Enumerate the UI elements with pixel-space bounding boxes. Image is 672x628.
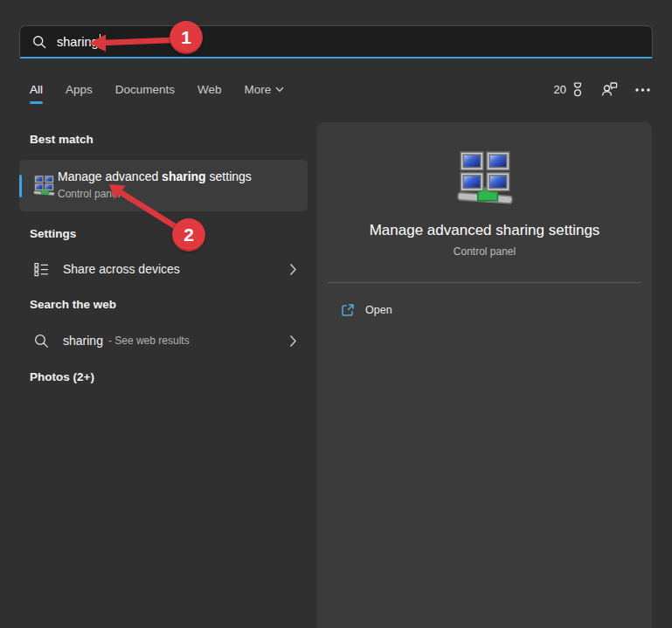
chevron-right-icon xyxy=(289,263,297,276)
more-options-icon[interactable] xyxy=(634,87,651,93)
annotation-badge-2: 2 xyxy=(172,218,205,252)
selection-accent-bar xyxy=(19,175,22,197)
tab-more[interactable]: More xyxy=(245,83,285,96)
annotation-arrow-1 xyxy=(86,28,175,56)
chevron-down-icon xyxy=(275,86,284,93)
preview-panel: Manage advanced sharing settings Control… xyxy=(317,122,652,628)
tab-web[interactable]: Web xyxy=(197,83,222,96)
search-header-icons: 20 xyxy=(554,82,651,97)
tab-apps[interactable]: Apps xyxy=(66,83,93,96)
advanced-sharing-icon xyxy=(33,175,55,200)
open-external-icon xyxy=(341,303,355,317)
rewards-button[interactable]: 20 xyxy=(554,82,585,97)
best-match-heading: Best match xyxy=(30,133,94,146)
user-feedback-icon[interactable] xyxy=(601,82,618,97)
preview-title: Manage advanced sharing settings xyxy=(317,222,652,239)
open-label: Open xyxy=(365,304,392,316)
advanced-sharing-icon-large xyxy=(456,149,514,210)
search-icon xyxy=(32,35,46,49)
search-web-heading: Search the web xyxy=(30,298,116,311)
rewards-count: 20 xyxy=(554,83,566,96)
tab-more-label: More xyxy=(245,83,272,96)
annotation-arrow-2 xyxy=(103,177,184,231)
result-share-across-devices[interactable]: Share across devices xyxy=(19,252,308,286)
search-filter-tabs: All Apps Documents Web More xyxy=(30,83,284,96)
settings-list-icon xyxy=(34,262,53,277)
settings-heading: Settings xyxy=(30,227,76,240)
chevron-right-icon xyxy=(289,335,297,348)
divider xyxy=(328,282,641,283)
open-action[interactable]: Open xyxy=(329,295,640,325)
rewards-medal-icon xyxy=(571,82,585,97)
web-query: sharing xyxy=(63,334,103,348)
search-flyout: sharing 1 All Apps Documents Web More 20 xyxy=(0,0,672,628)
tab-all[interactable]: All xyxy=(30,83,43,96)
preview-subtitle: Control panel xyxy=(317,245,652,258)
search-icon xyxy=(34,334,53,349)
result-web-search[interactable]: sharing - See web results xyxy=(19,323,308,358)
tab-documents[interactable]: Documents xyxy=(115,83,175,96)
photos-heading: Photos (2+) xyxy=(30,370,94,383)
result-label: Share across devices xyxy=(63,262,180,276)
annotation-badge-1: 1 xyxy=(170,21,203,54)
web-query-suffix: - See web results xyxy=(108,335,190,347)
